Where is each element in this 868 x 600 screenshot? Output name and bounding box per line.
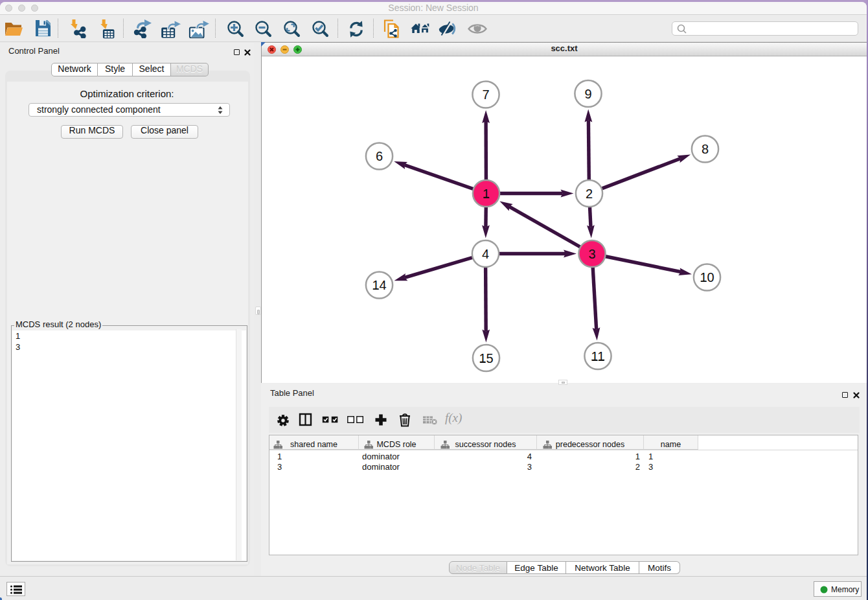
svg-text:11: 11 (591, 349, 605, 363)
svg-text:9: 9 (584, 87, 591, 101)
svg-text:8: 8 (702, 142, 709, 156)
svg-text:1: 1 (483, 187, 490, 201)
svg-text:14: 14 (372, 278, 386, 292)
svg-text:4: 4 (482, 247, 489, 261)
svg-text:15: 15 (479, 351, 493, 365)
svg-text:10: 10 (700, 270, 714, 284)
svg-text:7: 7 (482, 87, 489, 102)
svg-text:3: 3 (588, 247, 595, 261)
svg-text:6: 6 (376, 149, 383, 163)
svg-text:2: 2 (586, 187, 593, 201)
